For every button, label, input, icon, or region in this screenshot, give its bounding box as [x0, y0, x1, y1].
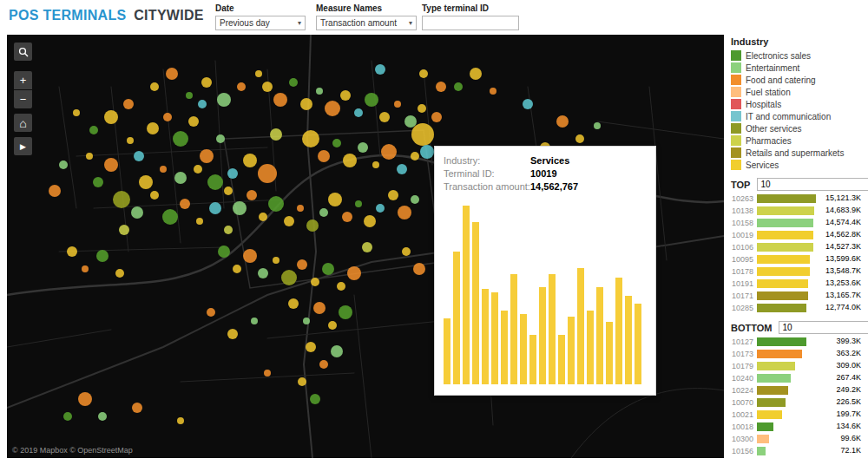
map-bubble[interactable]	[302, 130, 319, 147]
map-bubble[interactable]	[354, 108, 363, 117]
map-bubble[interactable]	[490, 88, 496, 95]
zoom-in-button[interactable]: +	[14, 71, 32, 89]
map-bubble[interactable]	[89, 126, 98, 134]
terminal-row[interactable]: 10127399.3K	[731, 336, 861, 348]
terminal-row[interactable]: 10240267.4K	[731, 372, 861, 384]
map-bubble[interactable]	[119, 225, 129, 235]
value-bar[interactable]	[757, 362, 795, 370]
date-filter-dropdown[interactable]: Previous day ▾	[215, 16, 306, 30]
map-bubble[interactable]	[431, 112, 442, 122]
value-bar[interactable]	[757, 398, 786, 407]
map-bubble[interactable]	[174, 172, 187, 184]
value-bar[interactable]	[757, 279, 808, 288]
value-bar[interactable]	[757, 350, 802, 358]
terminal-row[interactable]: 1001914,562.8K	[731, 229, 861, 241]
map-bubble[interactable]	[196, 218, 203, 225]
map-bubble[interactable]	[311, 278, 319, 286]
map-bubble[interactable]	[379, 112, 390, 122]
map-bubble[interactable]	[162, 209, 178, 225]
map-bubble[interactable]	[67, 246, 77, 257]
map-bubble[interactable]	[340, 90, 351, 101]
legend-item[interactable]: Other services	[731, 122, 861, 134]
map-bubble[interactable]	[123, 99, 134, 109]
map-bubble[interactable]	[523, 99, 533, 109]
map-bubble[interactable]	[303, 318, 310, 324]
map-bubble[interactable]	[237, 82, 246, 91]
map-bubble[interactable]	[306, 219, 319, 232]
terminal-row[interactable]: 1017813,548.7K	[731, 265, 861, 278]
value-bar[interactable]	[757, 304, 806, 312]
map-bubble[interactable]	[397, 164, 407, 174]
map-bubble[interactable]	[147, 122, 159, 134]
terminal-row[interactable]: 10021199.7K	[731, 409, 861, 421]
map-attribution[interactable]: © 2019 Mapbox © OpenStreetMap	[12, 446, 133, 455]
value-bar[interactable]	[757, 337, 806, 346]
map-bubble[interactable]	[166, 68, 178, 80]
map-bubble[interactable]	[139, 175, 153, 189]
map-bubble[interactable]	[436, 82, 446, 92]
legend-item[interactable]: Entertainment	[731, 62, 861, 74]
map-bubble[interactable]	[343, 154, 357, 167]
legend-item[interactable]: Electronics sales	[731, 49, 861, 62]
map-bubble[interactable]	[93, 177, 103, 187]
map-bubble[interactable]	[318, 150, 330, 162]
terminal-row[interactable]: 10018134.6K	[731, 421, 861, 433]
map-bubble[interactable]	[310, 394, 320, 404]
map-bubble[interactable]	[316, 88, 323, 95]
map-bubble[interactable]	[262, 82, 273, 92]
terminal-row[interactable]: 1030099.6K	[731, 433, 861, 445]
map-bubble[interactable]	[247, 190, 257, 200]
map-bubble[interactable]	[297, 259, 307, 270]
map-bubble[interactable]	[198, 100, 207, 108]
map-bubble[interactable]	[207, 308, 215, 317]
map-bubble[interactable]	[132, 403, 142, 413]
map-bubble[interactable]	[331, 345, 343, 357]
value-bar[interactable]	[757, 243, 813, 252]
map-bubble[interactable]	[258, 268, 268, 278]
map-bubble[interactable]	[281, 270, 297, 285]
map-bubble[interactable]	[394, 101, 401, 108]
value-bar[interactable]	[757, 447, 766, 455]
map-bubble[interactable]	[270, 128, 282, 141]
home-button[interactable]: ⌂	[14, 114, 32, 132]
map-bubble[interactable]	[209, 202, 221, 214]
map-bubble[interactable]	[355, 200, 362, 207]
map-bubble[interactable]	[224, 187, 233, 195]
legend-item[interactable]: Retails and supermarkets	[731, 147, 861, 159]
map-bubble[interactable]	[224, 226, 233, 234]
map-bubble[interactable]	[186, 92, 193, 99]
map-bubble[interactable]	[150, 191, 159, 200]
map-bubble[interactable]	[375, 64, 385, 75]
map-bubble[interactable]	[398, 206, 411, 219]
map-bubble[interactable]	[227, 168, 238, 179]
map-bubble[interactable]	[332, 139, 341, 147]
map-bubble[interactable]	[200, 149, 214, 163]
map-bubble[interactable]	[255, 70, 262, 77]
map-bubble[interactable]	[319, 360, 328, 369]
map-bubble[interactable]	[328, 321, 337, 330]
map-bubble[interactable]	[115, 269, 124, 278]
map-bubble[interactable]	[78, 392, 92, 406]
map-bubble[interactable]	[150, 82, 159, 91]
value-bar[interactable]	[757, 231, 813, 239]
map-bubble[interactable]	[556, 115, 569, 128]
legend-item[interactable]: Pharmacies	[731, 134, 861, 147]
map-bubble[interactable]	[180, 199, 190, 209]
terminal-row[interactable]: 1015814,574.4K	[731, 217, 861, 229]
map-bubble[interactable]	[63, 412, 72, 421]
map-bubble[interactable]	[163, 113, 172, 121]
map-bubble[interactable]	[289, 78, 298, 87]
terminal-row[interactable]: 1009513,599.6K	[731, 253, 861, 265]
value-bar[interactable]	[757, 374, 791, 383]
terminal-row[interactable]: 10179309.0K	[731, 360, 861, 372]
map-bubble[interactable]	[419, 69, 428, 78]
value-bar[interactable]	[757, 422, 773, 431]
legend-item[interactable]: Fuel station	[731, 86, 861, 98]
map-bubble[interactable]	[418, 104, 426, 113]
terminal-row[interactable]: 1028512,774.0K	[731, 302, 861, 314]
map-bubble[interactable]	[364, 215, 376, 227]
map-bubble[interactable]	[268, 196, 284, 212]
map-bubble[interactable]	[273, 257, 279, 264]
map-bubble[interactable]	[337, 282, 345, 291]
map-bubble[interactable]	[258, 164, 277, 183]
